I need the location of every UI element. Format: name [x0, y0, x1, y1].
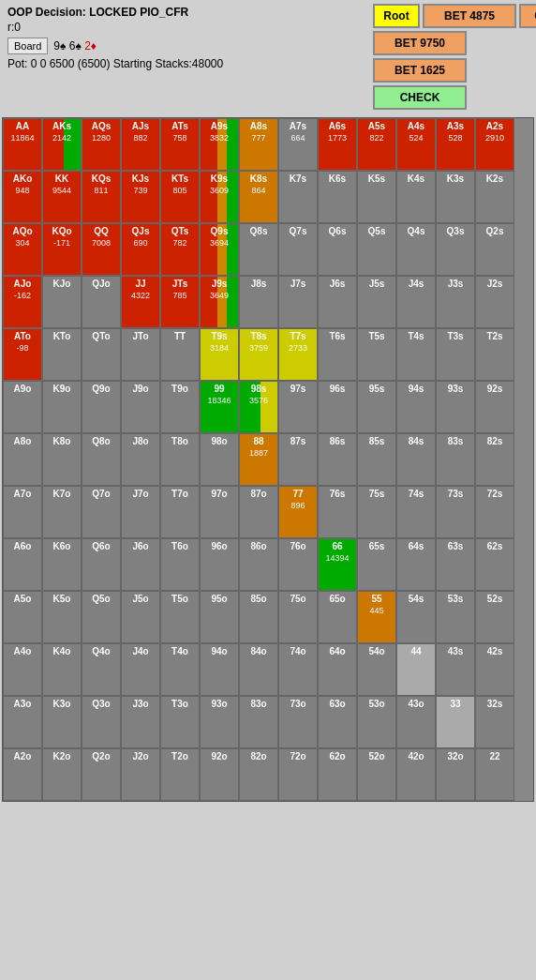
cell-T3o[interactable]: T3o	[160, 696, 200, 748]
cell-JJ[interactable]: JJ4322	[121, 276, 160, 328]
cell-AJo[interactable]: AJo-162	[3, 276, 42, 328]
cell-K7o[interactable]: K7o	[42, 486, 82, 538]
cell-85s[interactable]: 85s	[357, 433, 396, 486]
cell-K9s[interactable]: K9s3609	[200, 171, 239, 223]
cell-64o[interactable]: 64o	[318, 643, 357, 696]
cell-T2s[interactable]: T2s	[475, 328, 514, 381]
cell-73o[interactable]: 73o	[278, 696, 318, 748]
cell-A9o[interactable]: A9o	[3, 381, 42, 433]
cell-QJo[interactable]: QJo	[82, 276, 121, 328]
cell-Q3s[interactable]: Q3s	[436, 223, 475, 276]
cell-Q9o[interactable]: Q9o	[82, 381, 121, 433]
cell-A3o[interactable]: A3o	[3, 696, 42, 748]
cell-Q6s[interactable]: Q6s	[318, 223, 357, 276]
cell-T5s[interactable]: T5s	[357, 328, 396, 381]
cell-A7s[interactable]: A7s664	[278, 118, 318, 171]
cell-64s[interactable]: 64s	[396, 538, 436, 591]
cell-K3s[interactable]: K3s	[436, 171, 475, 223]
cell-T7s[interactable]: T7s2733	[278, 328, 318, 381]
cell-Q5s[interactable]: Q5s	[357, 223, 396, 276]
cell-T5o[interactable]: T5o	[160, 591, 200, 643]
cell-T6s[interactable]: T6s	[318, 328, 357, 381]
cell-K9o[interactable]: K9o	[42, 381, 82, 433]
board-button[interactable]: Board	[7, 38, 48, 54]
cell-T9o[interactable]: T9o	[160, 381, 200, 433]
cell-65o[interactable]: 65o	[318, 591, 357, 643]
cell-J9o[interactable]: J9o	[121, 381, 160, 433]
cell-53o[interactable]: 53o	[357, 696, 396, 748]
cell-J5s[interactable]: J5s	[357, 276, 396, 328]
cell-K4s[interactable]: K4s	[396, 171, 436, 223]
cell-A5o[interactable]: A5o	[3, 591, 42, 643]
cell-33[interactable]: 33	[436, 696, 475, 748]
cell-KJo[interactable]: KJo	[42, 276, 82, 328]
cell-A8o[interactable]: A8o	[3, 433, 42, 486]
cell-J7o[interactable]: J7o	[121, 486, 160, 538]
cell-87s[interactable]: 87s	[278, 433, 318, 486]
cell-42s[interactable]: 42s	[475, 643, 514, 696]
cell-Q8s[interactable]: Q8s	[239, 223, 278, 276]
cell-96s[interactable]: 96s	[318, 381, 357, 433]
cell-T3s[interactable]: T3s	[436, 328, 475, 381]
cell-83s[interactable]: 83s	[436, 433, 475, 486]
cell-T6o[interactable]: T6o	[160, 538, 200, 591]
cell-93o[interactable]: 93o	[200, 696, 239, 748]
cell-A9s[interactable]: A9s3832	[200, 118, 239, 171]
cell-99[interactable]: 9918346	[200, 381, 239, 433]
cell-97o[interactable]: 97o	[200, 486, 239, 538]
cell-86s[interactable]: 86s	[318, 433, 357, 486]
cell-88[interactable]: 881887	[239, 433, 278, 486]
cell-ATo[interactable]: ATo-98	[3, 328, 42, 381]
check-button[interactable]: CHECK	[373, 85, 467, 110]
cell-A7o[interactable]: A7o	[3, 486, 42, 538]
cell-73s[interactable]: 73s	[436, 486, 475, 538]
cell-54s[interactable]: 54s	[396, 591, 436, 643]
cell-KQs[interactable]: KQs811	[82, 171, 121, 223]
cell-A4s[interactable]: A4s524	[396, 118, 436, 171]
cell-J8o[interactable]: J8o	[121, 433, 160, 486]
cell-Q2s[interactable]: Q2s	[475, 223, 514, 276]
cell-T8o[interactable]: T8o	[160, 433, 200, 486]
cell-AJs[interactable]: AJs882	[121, 118, 160, 171]
cell-74o[interactable]: 74o	[278, 643, 318, 696]
cell-32o[interactable]: 32o	[436, 748, 475, 801]
cell-62s[interactable]: 62s	[475, 538, 514, 591]
cell-J5o[interactable]: J5o	[121, 591, 160, 643]
cell-K5o[interactable]: K5o	[42, 591, 82, 643]
cell-K3o[interactable]: K3o	[42, 696, 82, 748]
bet1625-button[interactable]: BET 1625	[373, 58, 467, 83]
cell-Q8o[interactable]: Q8o	[82, 433, 121, 486]
cell-AKs[interactable]: AKs2142	[42, 118, 82, 171]
cell-82s[interactable]: 82s	[475, 433, 514, 486]
cell-JTo[interactable]: JTo	[121, 328, 160, 381]
bet9750-button[interactable]: BET 9750	[373, 31, 467, 55]
bet4875-button[interactable]: BET 4875	[423, 4, 516, 28]
cell-77[interactable]: 77896	[278, 486, 318, 538]
cell-76o[interactable]: 76o	[278, 538, 318, 591]
cell-QTo[interactable]: QTo	[82, 328, 121, 381]
cell-53s[interactable]: 53s	[436, 591, 475, 643]
cell-K4o[interactable]: K4o	[42, 643, 82, 696]
cell-75o[interactable]: 75o	[278, 591, 318, 643]
cell-96o[interactable]: 96o	[200, 538, 239, 591]
cell-T4o[interactable]: T4o	[160, 643, 200, 696]
cell-52s[interactable]: 52s	[475, 591, 514, 643]
cell-KQo[interactable]: KQo-171	[42, 223, 82, 276]
cell-92o[interactable]: 92o	[200, 748, 239, 801]
cell-QJs[interactable]: QJs690	[121, 223, 160, 276]
cell-QTs[interactable]: QTs782	[160, 223, 200, 276]
cell-84s[interactable]: 84s	[396, 433, 436, 486]
cell-A4o[interactable]: A4o	[3, 643, 42, 696]
cell-K2s[interactable]: K2s	[475, 171, 514, 223]
cell-93s[interactable]: 93s	[436, 381, 475, 433]
cell-97s[interactable]: 97s	[278, 381, 318, 433]
root-button[interactable]: Root	[373, 4, 420, 28]
cell-KTs[interactable]: KTs805	[160, 171, 200, 223]
cell-76s[interactable]: 76s	[318, 486, 357, 538]
cell-55[interactable]: 55445	[357, 591, 396, 643]
cell-K8o[interactable]: K8o	[42, 433, 82, 486]
cell-32s[interactable]: 32s	[475, 696, 514, 748]
cell-T7o[interactable]: T7o	[160, 486, 200, 538]
cell-J2o[interactable]: J2o	[121, 748, 160, 801]
cell-KK[interactable]: KK9544	[42, 171, 82, 223]
